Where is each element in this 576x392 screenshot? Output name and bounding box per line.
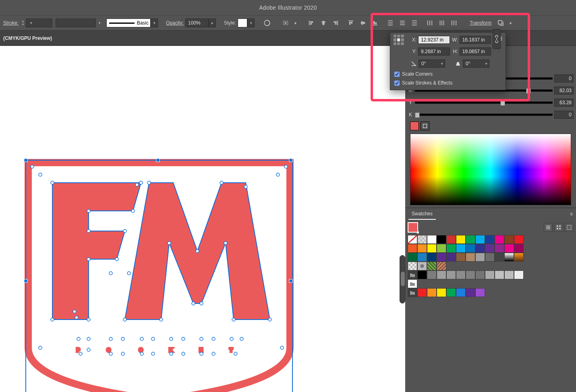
color-spectrum[interactable] — [410, 134, 571, 205]
swatch[interactable] — [408, 262, 417, 270]
constrain-proportions-icon[interactable] — [493, 29, 501, 49]
swatch[interactable] — [495, 244, 504, 253]
swatch[interactable] — [446, 270, 456, 279]
distribute-vcenter-icon[interactable] — [396, 17, 408, 29]
swatch[interactable] — [408, 253, 417, 262]
x-field[interactable]: 12.9237 in — [418, 36, 450, 44]
fill-stroke-indicator[interactable] — [408, 121, 574, 131]
swatch[interactable] — [408, 288, 417, 297]
align-left-icon[interactable] — [305, 17, 317, 29]
swatch[interactable] — [456, 244, 466, 253]
swatch[interactable] — [466, 270, 475, 279]
swatch[interactable] — [437, 270, 446, 279]
swatches-grid[interactable] — [405, 233, 576, 299]
black-slider[interactable]: K 0 — [408, 109, 574, 121]
swatch[interactable] — [437, 262, 446, 270]
graphic-style-swatch[interactable] — [238, 19, 247, 27]
swatch-grid-small-icon[interactable] — [554, 223, 563, 232]
align-hcenter-icon[interactable] — [317, 17, 329, 29]
swatch[interactable] — [437, 235, 446, 244]
stroke-variable-width-profile[interactable] — [56, 19, 96, 27]
distribute-left-icon[interactable] — [424, 17, 436, 29]
fill-swatch-icon[interactable] — [410, 122, 419, 130]
swatch[interactable] — [456, 253, 466, 262]
current-swatch[interactable] — [408, 222, 418, 233]
swatch[interactable] — [446, 288, 456, 297]
swatch[interactable] — [427, 253, 437, 262]
stroke-weight-spinner[interactable]: ▲▼ — [20, 19, 26, 27]
swatch[interactable] — [408, 270, 417, 279]
swatch[interactable] — [456, 235, 466, 244]
swatch[interactable] — [417, 253, 427, 262]
swatch[interactable] — [475, 244, 485, 253]
swatch[interactable] — [485, 235, 495, 244]
swatch[interactable] — [408, 235, 417, 244]
w-field[interactable]: 16.1837 in — [460, 36, 491, 44]
distribute-right-icon[interactable] — [448, 17, 460, 29]
swatch[interactable] — [504, 253, 514, 262]
value-field[interactable]: 82.03 — [554, 87, 574, 95]
swatch[interactable] — [417, 270, 427, 279]
swatch[interactable] — [417, 235, 427, 244]
swatch[interactable] — [514, 235, 524, 244]
brush-definition-field[interactable]: Basic — [106, 19, 151, 27]
swatch[interactable] — [475, 270, 485, 279]
rotate-field[interactable]: 0°▾ — [419, 60, 445, 68]
align-vcenter-icon[interactable] — [357, 17, 369, 29]
shear-field[interactable]: 0°▾ — [463, 60, 489, 68]
chevron-down-icon[interactable]: ▾ — [151, 19, 158, 27]
selected-artwork[interactable]: P O C K E T — [24, 159, 314, 392]
document-tab[interactable]: (CMYK/GPU Preview) — [3, 35, 52, 41]
align-right-icon[interactable] — [329, 17, 342, 29]
swatch[interactable] — [446, 253, 456, 262]
swatch[interactable] — [427, 262, 437, 270]
swatch[interactable] — [466, 253, 475, 262]
distribute-bottom-icon[interactable] — [408, 17, 421, 29]
swatch[interactable] — [446, 235, 456, 244]
panel-scrollbar[interactable] — [400, 255, 405, 303]
swatch[interactable] — [475, 288, 485, 297]
swatch[interactable] — [408, 279, 417, 288]
value-field[interactable]: 63.28 — [554, 99, 574, 107]
align-to-selection-icon[interactable] — [280, 17, 292, 29]
value-field[interactable]: 0 — [554, 74, 574, 83]
y-field[interactable]: 9.2687 in — [418, 47, 450, 56]
swatch[interactable] — [427, 235, 437, 244]
swatch[interactable] — [514, 253, 524, 262]
swatch[interactable] — [495, 253, 504, 262]
reference-point-selector[interactable] — [394, 35, 404, 45]
distribute-hcenter-icon[interactable] — [436, 17, 448, 29]
swatch[interactable] — [408, 244, 417, 253]
swatch[interactable] — [514, 244, 524, 253]
opacity-label[interactable]: Opacity: — [166, 20, 184, 26]
swatch[interactable] — [437, 253, 446, 262]
opacity-field[interactable]: 100% — [185, 19, 209, 27]
swatch[interactable] — [427, 270, 437, 279]
swatch[interactable] — [475, 253, 485, 262]
chevron-down-icon[interactable]: ▾ — [96, 21, 103, 25]
h-field[interactable]: 19.0657 in — [460, 47, 491, 56]
chevron-down-icon[interactable]: ▾ — [292, 17, 299, 29]
scale-strokes-checkbox[interactable]: Scale Strokes & Effects — [390, 78, 506, 87]
transform-link[interactable]: Transform — [470, 20, 491, 26]
swatch[interactable] — [514, 270, 524, 279]
stroke-weight-field[interactable]: ▾ — [26, 19, 52, 27]
chevron-down-icon[interactable]: ▾ — [247, 19, 255, 27]
distribute-top-icon[interactable] — [384, 17, 396, 29]
swatch[interactable] — [437, 288, 446, 297]
swatch[interactable] — [466, 235, 475, 244]
swatches-tab[interactable]: Swatches — [408, 208, 436, 220]
checkbox-icon[interactable] — [394, 72, 400, 77]
swatch[interactable] — [427, 244, 437, 253]
swatch[interactable] — [485, 253, 495, 262]
yellow-slider[interactable]: Y 63.28 — [408, 97, 574, 109]
swatch-grid-large-icon[interactable] — [565, 223, 574, 232]
swatch-list-icon[interactable] — [544, 223, 553, 232]
swatch[interactable] — [446, 244, 456, 253]
swatch[interactable] — [427, 288, 437, 297]
swatch[interactable] — [475, 235, 485, 244]
swatch[interactable] — [417, 288, 427, 297]
swatch[interactable] — [466, 244, 475, 253]
swatch[interactable] — [456, 288, 466, 297]
chevron-right-icon[interactable]: ▸ — [209, 19, 216, 27]
